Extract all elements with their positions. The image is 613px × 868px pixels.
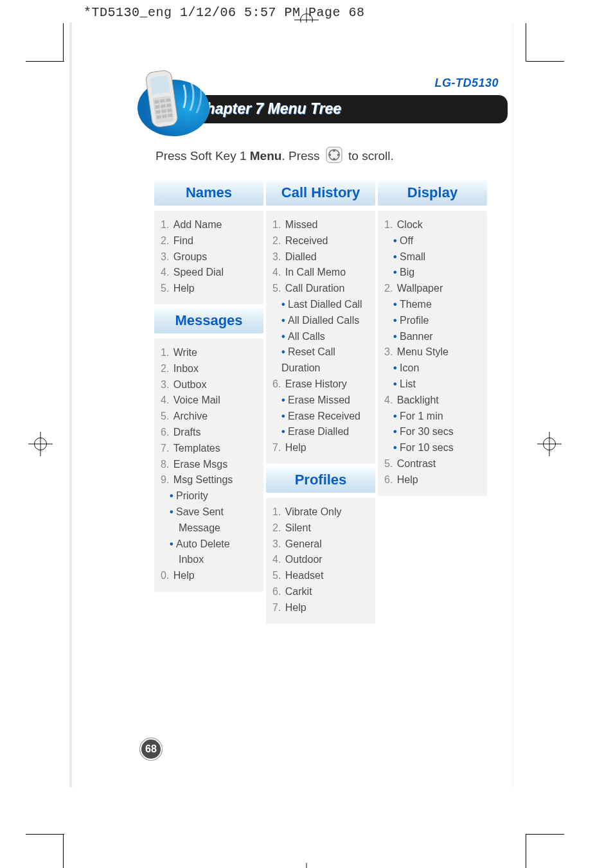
menu-item: 6. Drafts	[161, 425, 258, 441]
menu-item: • Icon	[384, 360, 482, 376]
section-body: 1. Clock• Off• Small• Big2. Wallpaper• T…	[378, 211, 487, 496]
svg-rect-16	[154, 100, 159, 103]
column-3: Display1. Clock• Off• Small• Big2. Wallp…	[378, 181, 487, 628]
menu-item: • All Dialled Calls	[272, 313, 370, 329]
subitem-label-continuation: Inbox	[179, 554, 204, 565]
section-body: 1. Write2. Inbox3. Outbox4. Voice Mail5.…	[154, 339, 263, 592]
subitem-label: Theme	[400, 299, 432, 310]
section-header: Profiles	[266, 468, 375, 493]
subitem-label: Profile	[400, 315, 429, 326]
menu-item: 7. Help	[272, 440, 370, 456]
item-number: 6.	[161, 427, 172, 438]
menu-item: 9. Msg Settings	[161, 472, 258, 488]
menu-item: 2. Received	[272, 233, 370, 249]
menu-item: 6. Erase History	[272, 376, 370, 393]
item-label: Wallpaper	[397, 283, 443, 294]
item-label: Outdoor	[285, 554, 323, 565]
item-number: 2.	[161, 363, 172, 374]
bullet-icon: •	[393, 426, 400, 437]
menu-item: 6. Help	[384, 472, 482, 488]
item-label: Silent	[285, 522, 311, 533]
menu-item: • Off	[384, 233, 482, 249]
crop-mark-icon	[26, 61, 64, 62]
item-label: General	[285, 538, 322, 549]
menu-item: • Erase Received	[272, 409, 370, 425]
item-number: 3.	[161, 379, 172, 390]
menu-item: • Save Sent	[161, 504, 258, 520]
item-number: 6.	[272, 586, 284, 597]
menu-item: 2. Silent	[272, 520, 370, 536]
registration-mark-icon	[537, 432, 562, 456]
menu-item: 1. Vibrate Only	[272, 504, 370, 520]
bullet-icon: •	[281, 411, 288, 421]
section-header: Messages	[154, 308, 263, 333]
chapter-title-bar: Chapter 7 Menu Tree	[154, 95, 508, 123]
subitem-label: All Dialled Calls	[288, 315, 359, 326]
item-number: 7.	[161, 443, 172, 454]
item-label: Msg Settings	[173, 474, 233, 485]
section-body: 1. Vibrate Only2. Silent3. General4. Out…	[266, 498, 375, 624]
menu-item: • Theme	[384, 297, 482, 313]
svg-rect-17	[160, 99, 165, 103]
bullet-icon: •	[281, 394, 288, 405]
column-1: Names1. Add Name2. Find3. Groups4. Speed…	[154, 181, 263, 628]
item-label: Speed Dial	[173, 267, 224, 278]
menu-item: • Auto Delete	[161, 536, 258, 553]
phone-illustration-icon	[114, 68, 211, 139]
svg-rect-18	[166, 98, 171, 102]
subitem-label-continuation: Message	[179, 522, 220, 533]
subitem-label: Priority	[176, 490, 208, 501]
menu-item: • All Calls	[272, 329, 370, 345]
menu-item: 2. Find	[161, 233, 258, 249]
bullet-icon: •	[393, 378, 400, 389]
item-number: 1.	[384, 219, 396, 230]
menu-item: 4. Outdoor	[272, 552, 370, 568]
item-number: 4.	[272, 267, 284, 278]
section-header: Names	[154, 181, 263, 206]
section-header: Call History	[266, 181, 375, 206]
item-number: 6.	[272, 378, 284, 389]
instruction-menu-key: Menu	[250, 149, 282, 163]
subitem-label: List	[400, 378, 416, 389]
subitem-label: Small	[400, 251, 425, 262]
bullet-icon: •	[170, 506, 176, 517]
svg-rect-23	[161, 109, 166, 113]
menu-item: • Erase Missed	[272, 393, 370, 409]
menu-item: 4. In Call Memo	[272, 265, 370, 281]
item-number: 1.	[161, 347, 172, 358]
menu-item: 4. Backlight	[384, 393, 482, 409]
bullet-icon: •	[393, 235, 400, 246]
menu-item: 6. Carkit	[272, 584, 370, 600]
item-number: 3.	[272, 538, 284, 549]
menu-item: 5. Contrast	[384, 456, 482, 472]
subitem-label: For 30 secs	[400, 426, 454, 437]
menu-item: 5. Headset	[272, 568, 370, 584]
item-label: Carkit	[285, 586, 312, 597]
item-number: 7.	[272, 602, 284, 613]
item-label: Backlight	[397, 394, 439, 405]
menu-item: 2. Inbox	[161, 361, 258, 377]
subitem-label: Erase Dialled	[288, 426, 349, 437]
svg-rect-25	[156, 115, 161, 119]
item-number: 7.	[272, 442, 284, 453]
svg-rect-27	[168, 114, 173, 118]
menu-item: 3. Outbox	[161, 377, 258, 393]
bullet-icon: •	[393, 331, 400, 342]
svg-rect-24	[167, 109, 172, 112]
subitem-label: Big	[400, 267, 414, 278]
menu-item: 1. Add Name	[161, 217, 258, 233]
subitem-label: All Calls	[288, 331, 325, 342]
item-number: 3.	[272, 251, 284, 262]
svg-rect-26	[162, 114, 167, 118]
item-number: 6.	[384, 474, 396, 485]
subitem-label: Reset Call Duration	[281, 346, 335, 373]
menu-item: 7. Templates	[161, 441, 258, 457]
subitem-label: Icon	[400, 362, 419, 373]
item-label: Contrast	[397, 458, 436, 469]
item-label: Add Name	[173, 219, 222, 230]
menu-item: 7. Help	[272, 600, 370, 616]
item-label: Voice Mail	[173, 394, 220, 405]
menu-item: • Reset Call Duration	[272, 344, 370, 376]
item-label: Help	[173, 570, 195, 581]
menu-item: Inbox	[161, 552, 258, 568]
